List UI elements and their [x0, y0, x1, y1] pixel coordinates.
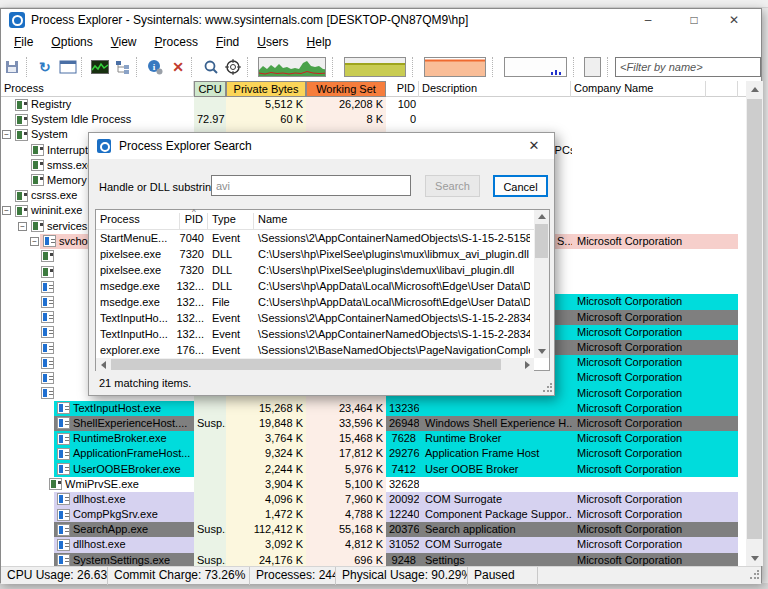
column-process[interactable]: Process — [1, 81, 194, 97]
dialog-close-button[interactable]: ✕ — [514, 133, 554, 159]
private-bytes-cell: 9,324 K — [226, 446, 306, 461]
private-bytes-cell: 24,176 K — [226, 553, 306, 566]
results-rows: StartMenuE...7040Event\Sessions\2\AppCon… — [96, 230, 534, 358]
process-row-comppkgsrv-exe[interactable]: 1,472 K4,788 K12240Component Package Sup… — [1, 507, 746, 522]
result-name: C:\Users\hp\AppData\Local\Microsoft\Edge… — [254, 294, 530, 310]
company-cell — [574, 249, 707, 264]
result-row[interactable]: TextInputHo...132...Event\Sessions\2\App… — [96, 326, 534, 342]
result-name: C:\Users\hp\PixelSee\plugins\demux\libav… — [254, 262, 530, 278]
menu-view[interactable]: View — [102, 33, 146, 51]
properties-button[interactable]: i — [145, 56, 166, 78]
result-row[interactable]: msedge.exe132...DLLC:\Users\hp\AppData\L… — [96, 278, 534, 294]
menu-process[interactable]: Process — [146, 33, 207, 51]
cpu-cell — [194, 507, 226, 522]
column-company-name[interactable]: Company Name — [571, 81, 706, 97]
company-cell: Microsoft Corporation — [574, 553, 707, 566]
process-row-runtimebroker-exe[interactable]: 3,764 K15,468 K7628Runtime BrokerMicroso… — [1, 431, 746, 446]
results-column-type[interactable]: Type — [208, 213, 254, 229]
results-horizontal-scrollbar[interactable] — [96, 358, 534, 371]
menu-help[interactable]: Help — [298, 33, 341, 51]
resize-grip[interactable] — [749, 570, 759, 580]
menu-users[interactable]: Users — [248, 33, 297, 51]
results-scroll-right[interactable] — [520, 358, 534, 371]
result-row[interactable]: TextInputHo...132...Event\Sessions\2\App… — [96, 310, 534, 326]
process-row-wmiprvse-exe[interactable]: 3,904 K5,100 K32628WmiPrvSE.exe — [1, 477, 746, 492]
results-scroll-down[interactable] — [534, 345, 549, 358]
results-vertical-scrollbar[interactable] — [534, 210, 549, 358]
kill-process-button[interactable]: ✕ — [168, 56, 189, 78]
process-row-shellexperiencehost-[interactable]: Susp...19,848 K33,596 K26948Windows Shel… — [1, 416, 746, 431]
result-row[interactable]: explorer.exe176...Event\Sessions\2\BaseN… — [96, 342, 534, 358]
expander-toggle[interactable]: − — [30, 237, 39, 246]
result-row[interactable]: pixelsee.exe7320DLLC:\Users\hp\PixelSee\… — [96, 262, 534, 278]
results-column-name[interactable]: Name — [254, 213, 530, 229]
close-button[interactable]: ✕ — [717, 9, 751, 31]
column-description[interactable]: Description — [419, 81, 571, 97]
cpu-history-graph[interactable] — [258, 57, 326, 77]
process-icon — [41, 387, 54, 399]
results-scroll-thumb[interactable] — [535, 224, 548, 258]
process-row-system-idle-process[interactable]: 72.9760 K8 K0System Idle Process — [1, 112, 746, 127]
process-icon — [57, 554, 70, 566]
results-column-process[interactable]: Process — [96, 213, 180, 229]
process-row-textinputhost-exe[interactable]: 15,268 K23,464 K13236Microsoft Corporati… — [1, 401, 746, 416]
process-tree-button[interactable] — [112, 56, 133, 78]
column-private-bytes[interactable]: Private Bytes — [226, 81, 306, 97]
physical-memory-history-graph[interactable] — [424, 57, 486, 77]
results-scroll-up[interactable] — [534, 210, 549, 223]
expander-toggle[interactable]: − — [2, 130, 11, 139]
dialog-app-icon — [97, 139, 111, 153]
dialog-resize-grip[interactable] — [542, 383, 552, 393]
vertical-scrollbar[interactable] — [746, 81, 763, 566]
process-name: CompPkgSrv.exe — [73, 507, 158, 522]
column-cpu[interactable]: CPU — [194, 81, 226, 97]
results-scroll-left[interactable] — [96, 358, 110, 371]
working-set-cell: 15,468 K — [306, 431, 386, 446]
company-cell — [574, 279, 707, 294]
scroll-down-button[interactable] — [746, 550, 763, 566]
result-type: File — [208, 294, 254, 310]
cpu-graph-button[interactable] — [90, 56, 111, 78]
process-row-systemsettings-exe[interactable]: Susp...24,176 K696 K9248SettingsMicrosof… — [1, 553, 746, 566]
menu-bar: FileOptionsViewProcessFindUsersHelp — [1, 31, 761, 53]
result-row[interactable]: StartMenuE...7040Event\Sessions\2\AppCon… — [96, 230, 534, 246]
toolbar-separator — [81, 57, 87, 77]
cpu-cell — [194, 477, 226, 492]
find-window-process-button[interactable] — [223, 56, 244, 78]
process-icon — [41, 342, 54, 354]
expander-toggle[interactable]: − — [2, 206, 11, 215]
expander-toggle[interactable]: − — [18, 222, 27, 231]
menu-file[interactable]: File — [5, 33, 42, 51]
search-button[interactable]: Search — [425, 175, 480, 197]
cancel-button[interactable]: Cancel — [493, 175, 548, 197]
results-hscroll-thumb[interactable] — [111, 359, 501, 370]
scroll-up-button[interactable] — [746, 81, 763, 97]
scrollbar-thumb[interactable] — [747, 99, 762, 539]
process-row-dllhost-exe[interactable]: 3,092 K4,812 K31052COM SurrogateMicrosof… — [1, 537, 746, 552]
commit-history-graph[interactable] — [344, 57, 406, 77]
right-arrow-icon — [525, 361, 530, 369]
process-row-useroobebroker-exe[interactable]: 2,244 K5,976 K7412User OOBE BrokerMicros… — [1, 462, 746, 477]
filter-input[interactable] — [615, 57, 761, 77]
column-pid[interactable]: PID — [386, 81, 419, 97]
save-button[interactable] — [2, 56, 23, 78]
gpu-history-graph[interactable] — [584, 57, 601, 77]
minimize-button[interactable]: – — [631, 9, 665, 31]
result-row[interactable]: pixelsee.exe7320DLLC:\Users\hp\PixelSee\… — [96, 246, 534, 262]
menu-find[interactable]: Find — [207, 33, 248, 51]
process-row-applicationframehost-[interactable]: 9,324 K17,812 K29276Application Frame Ho… — [1, 446, 746, 461]
maximize-button[interactable]: □ — [677, 9, 711, 31]
substring-input[interactable] — [211, 175, 411, 196]
column-working-set[interactable]: Working Set — [306, 81, 386, 97]
refresh-button[interactable]: ↻ — [34, 56, 55, 78]
process-row-searchapp-exe[interactable]: Susp...112,412 K55,168 K20376Search appl… — [1, 522, 746, 537]
process-row-dllhost-exe[interactable]: 4,096 K7,960 K20092COM SurrogateMicrosof… — [1, 492, 746, 507]
column-extra[interactable] — [706, 81, 738, 97]
io-history-graph[interactable] — [504, 57, 566, 77]
find-handles-button[interactable] — [200, 56, 221, 78]
menu-options[interactable]: Options — [42, 33, 101, 51]
system-information-button[interactable] — [57, 56, 78, 78]
result-row[interactable]: msedge.exe132...FileC:\Users\hp\AppData\… — [96, 294, 534, 310]
process-row-registry[interactable]: 5,512 K26,208 K100Registry — [1, 97, 746, 112]
working-set-cell: 8 K — [306, 112, 386, 127]
